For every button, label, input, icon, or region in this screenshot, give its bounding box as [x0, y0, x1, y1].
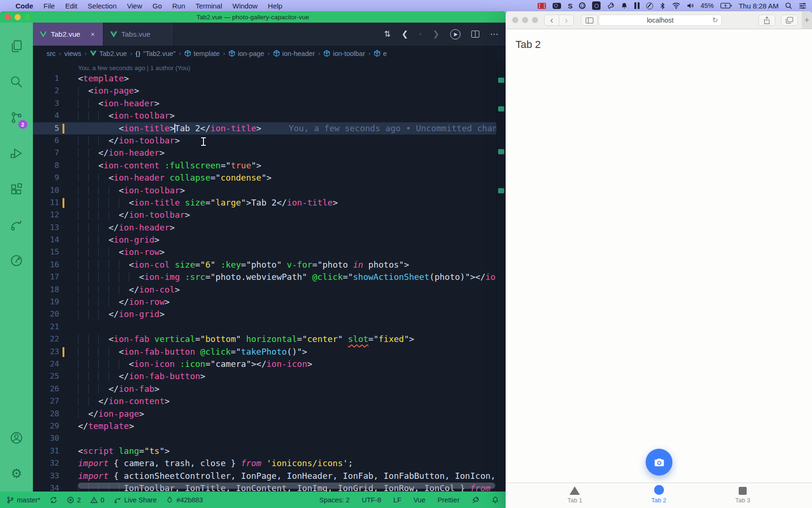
status-live-share[interactable]: Live Share	[114, 496, 156, 504]
status-#42b883[interactable]: #42b883	[166, 496, 203, 504]
code-line-31[interactable]: 31<script lang="ts">	[33, 445, 506, 457]
film-app-icon[interactable]	[538, 1, 546, 10]
record-icon[interactable]	[579, 1, 586, 10]
safari-forward-button[interactable]: ›	[559, 15, 574, 26]
code-line-9[interactable]: 9<ion-header collapse="condense">	[33, 172, 506, 184]
status-bell[interactable]	[492, 496, 499, 504]
menu-clock[interactable]: Thu 8:28 AM	[739, 1, 779, 10]
code-line-16[interactable]: 16<ion-col size="6" :key="photo" v-for="…	[33, 259, 506, 271]
code-line-11[interactable]: 11<ion-title size="large">Tab 2</ion-tit…	[33, 197, 506, 209]
video-app-icon[interactable]	[553, 1, 561, 10]
code-line-23[interactable]: 23<ion-fab-button @click="takePhoto()">	[33, 346, 506, 358]
code-line-4[interactable]: 4<ion-toolbar>	[33, 110, 506, 122]
status-2[interactable]: 2	[67, 496, 81, 504]
code-line-2[interactable]: 2<ion-page>	[33, 85, 506, 97]
tab-bar-item-tab-3[interactable]: Tab 3	[701, 486, 785, 508]
zoom-window-button[interactable]	[24, 14, 31, 20]
code-line-24[interactable]: 24<ion-icon :icon="camera"></ion-icon>	[33, 358, 506, 370]
breadcrumb-ion-page[interactable]: ion-page	[228, 50, 264, 57]
safari-minimize-button[interactable]	[522, 17, 528, 23]
control-center-icon[interactable]	[799, 1, 806, 10]
code-editor[interactable]: You, a few seconds ago | 1 author (You) …	[33, 61, 506, 492]
window-manager-icon[interactable]	[592, 1, 601, 10]
vscode-titlebar[interactable]: Tab2.vue — photo-gallery-capacitor-vue	[0, 11, 506, 23]
safari-back-button[interactable]: ‹	[544, 15, 559, 26]
wifi-icon[interactable]	[672, 1, 680, 10]
menu-terminal[interactable]: Terminal	[190, 2, 227, 10]
status-spaces-2[interactable]: Spaces: 2	[319, 496, 350, 504]
accounts-icon[interactable]	[0, 420, 33, 456]
safari-tab-overview-button[interactable]	[781, 15, 798, 26]
breadcrumb-template[interactable]: template	[184, 50, 220, 57]
compass-icon[interactable]	[646, 1, 653, 10]
safari-traffic-lights[interactable]	[512, 17, 538, 23]
status-rocket[interactable]	[472, 496, 479, 504]
code-line-30[interactable]: 30	[33, 432, 506, 444]
overview-ruler[interactable]	[496, 61, 506, 492]
code-line-13[interactable]: 13</ion-header>	[33, 222, 506, 234]
code-line-20[interactable]: 20</ion-grid>	[33, 308, 506, 320]
safari-address-bar[interactable]: localhost ↻	[599, 15, 722, 26]
breadcrumb-ion-toolbar[interactable]: ion-toolbar	[323, 50, 365, 57]
code-line-1[interactable]: 1<template>	[33, 72, 506, 85]
safari-close-button[interactable]	[512, 17, 518, 23]
breadcrumb-views[interactable]: views	[64, 50, 81, 57]
status-sync[interactable]	[50, 496, 57, 504]
search-icon[interactable]	[0, 64, 33, 100]
code-line-15[interactable]: 15<ion-row>	[33, 246, 506, 258]
code-line-33[interactable]: 33import { actionSheetController, IonPag…	[33, 470, 506, 482]
code-line-3[interactable]: 3<ion-header>	[33, 97, 506, 110]
split-editor-icon[interactable]	[471, 31, 479, 38]
code-line-12[interactable]: 12</ion-toolbar>	[33, 209, 506, 221]
code-line-5[interactable]: 5<ion-title>Tab 2</ion-title>You, a few …	[33, 122, 506, 135]
status-lf[interactable]: LF	[393, 496, 401, 504]
spotlight-search-icon[interactable]	[785, 1, 792, 10]
camera-fab-button[interactable]	[646, 449, 672, 476]
menu-selection[interactable]: Selection	[83, 2, 122, 10]
run-file-icon[interactable]: ▶	[450, 29, 461, 40]
status-0[interactable]: 0	[90, 496, 104, 504]
volume-icon[interactable]	[687, 1, 694, 10]
close-window-button[interactable]	[5, 14, 11, 20]
editor-tab-tab2.vue[interactable]: Tab2.vue×	[33, 23, 103, 46]
menu-run[interactable]: Run	[167, 2, 191, 10]
run-debug-icon[interactable]	[0, 135, 33, 171]
code-line-17[interactable]: 17<ion-img :src="photo.webviewPath" @cli…	[33, 271, 506, 283]
s-app-icon[interactable]: S	[568, 1, 572, 10]
horizontal-scrollbar[interactable]	[78, 483, 495, 489]
breadcrumbs[interactable]: src›views›Tab2.vue›{}"Tab2.vue"›template…	[33, 46, 506, 61]
close-tab-icon[interactable]: ×	[91, 30, 95, 38]
testing-icon[interactable]	[0, 243, 33, 278]
live-share-icon[interactable]	[0, 207, 33, 243]
code-line-7[interactable]: 7</ion-header>	[33, 147, 506, 159]
bluetooth-icon[interactable]	[660, 1, 665, 10]
navigate-back-icon[interactable]: ❮	[401, 29, 408, 39]
status-utf-8[interactable]: UTF-8	[362, 496, 381, 504]
code-line-32[interactable]: 32import { camera, trash, close } from '…	[33, 457, 506, 469]
code-line-29[interactable]: 29</template>	[33, 420, 506, 432]
code-line-26[interactable]: 26</ion-fab>	[33, 383, 506, 395]
safari-share-button[interactable]	[758, 15, 775, 26]
minimize-window-button[interactable]	[15, 14, 21, 20]
code-line-22[interactable]: 22<ion-fab vertical="bottom" horizontal=…	[33, 333, 506, 345]
breadcrumb-src[interactable]: src	[47, 50, 55, 57]
extensions-icon[interactable]	[0, 171, 33, 207]
safari-new-tab-button[interactable]: +	[802, 11, 812, 29]
more-actions-icon[interactable]: ⋯	[490, 29, 498, 39]
menu-file[interactable]: File	[39, 2, 60, 10]
code-line-18[interactable]: 18</ion-col>	[33, 284, 506, 296]
code-line-10[interactable]: 10<ion-toolbar>	[33, 184, 506, 197]
code-line-19[interactable]: 19</ion-row>	[33, 296, 506, 308]
menu-window[interactable]: Window	[227, 2, 263, 10]
notification-bell-icon[interactable]	[621, 1, 628, 10]
rocket-menu-icon[interactable]	[607, 1, 614, 10]
code-line-21[interactable]: 21	[33, 321, 506, 333]
safari-sidebar-button[interactable]	[581, 15, 598, 26]
code-line-14[interactable]: 14<ion-grid>	[33, 234, 506, 246]
sidebar-toggle-icon[interactable]	[634, 1, 640, 10]
code-line-25[interactable]: 25</ion-fab-button>	[33, 370, 506, 382]
menu-help[interactable]: Help	[263, 2, 288, 10]
explorer-icon[interactable]	[0, 28, 33, 64]
reload-icon[interactable]: ↻	[712, 16, 718, 24]
code-line-27[interactable]: 27</ion-content>	[33, 395, 506, 407]
